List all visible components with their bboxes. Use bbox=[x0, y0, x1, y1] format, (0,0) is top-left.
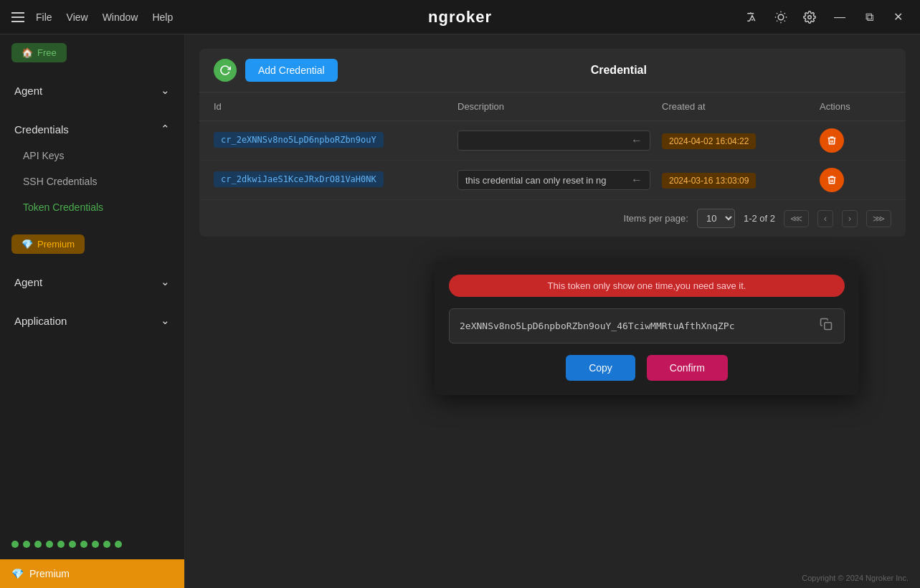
table-header: Id Description Created at Actions bbox=[199, 93, 906, 121]
token-credentials-label: Token Credentials bbox=[23, 201, 103, 213]
token-value-row: 2eXNNSv8no5LpD6npboRZbn9ouY_46TciwMMRtuA… bbox=[449, 308, 845, 343]
svg-line-3 bbox=[777, 13, 777, 14]
svg-rect-10 bbox=[825, 323, 832, 330]
row2-created-at: 2024-03-16 13:03:09 bbox=[662, 173, 756, 189]
row1-arrow-icon: ← bbox=[631, 134, 642, 147]
translate-icon[interactable] bbox=[742, 7, 762, 27]
credential-toolbar: Add Credential Credential bbox=[199, 49, 906, 93]
credential-table: Id Description Created at Actions cr_2eX… bbox=[199, 93, 906, 237]
dot-9 bbox=[103, 541, 110, 548]
minimize-button[interactable]: — bbox=[828, 8, 851, 27]
diamond-icon: 💎 bbox=[22, 239, 33, 250]
credentials-chevron-icon: ⌃ bbox=[161, 123, 170, 136]
free-badge: 🏠 Free bbox=[11, 43, 67, 62]
dot-5 bbox=[57, 541, 65, 548]
home-icon: 🏠 bbox=[22, 47, 33, 58]
api-keys-label: API Keys bbox=[23, 150, 65, 161]
theme-icon[interactable] bbox=[771, 7, 791, 27]
confirm-button[interactable]: Confirm bbox=[647, 355, 728, 381]
agent-section: Agent ⌄ bbox=[0, 71, 184, 110]
agent2-section: Agent ⌄ bbox=[0, 262, 184, 301]
app-layout: 🏠 Free Agent ⌄ Credentials ⌃ API Keys SS… bbox=[0, 34, 920, 588]
close-button[interactable]: ✕ bbox=[888, 7, 909, 27]
settings-icon[interactable] bbox=[800, 7, 820, 27]
row2-id-cell: cr_2dkwiJaeS1KceJRxDrO81VaH0NK bbox=[214, 171, 457, 189]
titlebar: File View Window Help ngroker — ⧉ ✕ bbox=[0, 0, 920, 34]
hamburger-menu[interactable] bbox=[11, 12, 24, 22]
credentials-header[interactable]: Credentials ⌃ bbox=[0, 115, 184, 143]
row2-desc-text: this credential can only reset in ng bbox=[465, 175, 625, 186]
copy-button[interactable]: Copy bbox=[566, 355, 635, 381]
application-header[interactable]: Application ⌄ bbox=[0, 307, 184, 334]
svg-point-0 bbox=[778, 14, 784, 20]
menu-window[interactable]: Window bbox=[103, 11, 138, 23]
premium-badge: 💎 Premium bbox=[11, 234, 85, 254]
first-page-button[interactable]: ⋘ bbox=[784, 210, 809, 227]
bottom-premium-button[interactable]: 💎 Premium bbox=[0, 559, 184, 588]
dot-7 bbox=[80, 541, 87, 548]
row2-delete-button[interactable] bbox=[820, 168, 844, 192]
col-id: Id bbox=[214, 101, 457, 112]
bottom-diamond-icon: 💎 bbox=[11, 568, 24, 579]
dot-4 bbox=[46, 541, 53, 548]
menu-help[interactable]: Help bbox=[152, 11, 173, 23]
token-value: 2eXNNSv8no5LpD6npboRZbn9ouY_46TciwMMRtuA… bbox=[460, 321, 811, 331]
app-title: ngroker bbox=[428, 8, 492, 27]
next-page-button[interactable]: › bbox=[842, 210, 858, 227]
pagination-row: Items per page: 10 25 50 1-2 of 2 ⋘ ‹ › … bbox=[199, 200, 906, 237]
dot-10 bbox=[115, 541, 122, 548]
application-section: Application ⌄ bbox=[0, 301, 184, 340]
prev-page-button[interactable]: ‹ bbox=[817, 210, 833, 227]
dot-1 bbox=[11, 541, 19, 548]
svg-line-7 bbox=[777, 20, 777, 21]
row2-created-at-cell: 2024-03-16 13:03:09 bbox=[662, 174, 820, 186]
titlebar-right: — ⧉ ✕ bbox=[742, 7, 909, 27]
copy-icon-button[interactable] bbox=[818, 316, 834, 336]
sidebar-item-token-credentials[interactable]: Token Credentials bbox=[0, 194, 184, 220]
credential-panel-title: Credential bbox=[346, 64, 891, 77]
row1-id-cell: cr_2eXNNSv8no5LpD6npboRZbn9ouY bbox=[214, 132, 457, 150]
col-description: Description bbox=[457, 101, 662, 112]
titlebar-menu: File View Window Help bbox=[36, 11, 173, 23]
agent2-label: Agent bbox=[14, 276, 42, 288]
row2-actions-cell bbox=[820, 168, 891, 192]
sidebar-item-ssh-credentials[interactable]: SSH Credentials bbox=[0, 169, 184, 194]
agent2-chevron-icon: ⌄ bbox=[161, 275, 170, 288]
page-info: 1-2 of 2 bbox=[744, 213, 775, 224]
sidebar-dots bbox=[0, 535, 184, 554]
row1-desc-cell[interactable]: ← bbox=[457, 131, 650, 151]
col-created-at: Created at bbox=[662, 101, 820, 112]
col-actions: Actions bbox=[820, 101, 891, 112]
application-chevron-icon: ⌄ bbox=[161, 314, 170, 327]
token-warning: This token only show one time,you need s… bbox=[449, 275, 845, 297]
agent-label: Agent bbox=[14, 85, 42, 97]
svg-line-4 bbox=[784, 20, 785, 21]
token-actions: Copy Confirm bbox=[449, 355, 845, 381]
items-per-page-label: Items per page: bbox=[624, 213, 688, 224]
agent-header[interactable]: Agent ⌄ bbox=[0, 77, 184, 104]
agent-chevron-icon: ⌄ bbox=[161, 84, 170, 97]
dot-2 bbox=[23, 541, 30, 548]
items-per-page-select[interactable]: 10 25 50 bbox=[697, 209, 735, 228]
row2-desc-cell[interactable]: this credential can only reset in ng ← bbox=[457, 170, 650, 190]
refresh-button[interactable] bbox=[214, 59, 237, 82]
credentials-label: Credentials bbox=[14, 123, 69, 136]
table-row: cr_2eXNNSv8no5LpD6npboRZbn9ouY ← 2024-04… bbox=[199, 121, 906, 161]
menu-view[interactable]: View bbox=[67, 11, 88, 23]
premium-label: Premium bbox=[37, 239, 75, 250]
sidebar-item-api-keys[interactable]: API Keys bbox=[0, 143, 184, 169]
row1-delete-button[interactable] bbox=[820, 128, 844, 153]
add-credential-button[interactable]: Add Credential bbox=[245, 59, 338, 82]
svg-line-8 bbox=[784, 13, 785, 14]
maximize-button[interactable]: ⧉ bbox=[860, 8, 879, 27]
dot-8 bbox=[92, 541, 99, 548]
last-page-button[interactable]: ⋙ bbox=[866, 210, 891, 227]
row1-created-at-cell: 2024-04-02 16:04:22 bbox=[662, 135, 820, 146]
row1-actions-cell bbox=[820, 128, 891, 153]
row1-id-badge: cr_2eXNNSv8no5LpD6npboRZbn9ouY bbox=[214, 132, 384, 148]
agent2-header[interactable]: Agent ⌄ bbox=[0, 268, 184, 295]
main-content: Add Credential Credential Id Description… bbox=[185, 34, 920, 588]
dot-6 bbox=[69, 541, 76, 548]
row1-created-at: 2024-04-02 16:04:22 bbox=[662, 133, 756, 149]
menu-file[interactable]: File bbox=[36, 11, 52, 23]
